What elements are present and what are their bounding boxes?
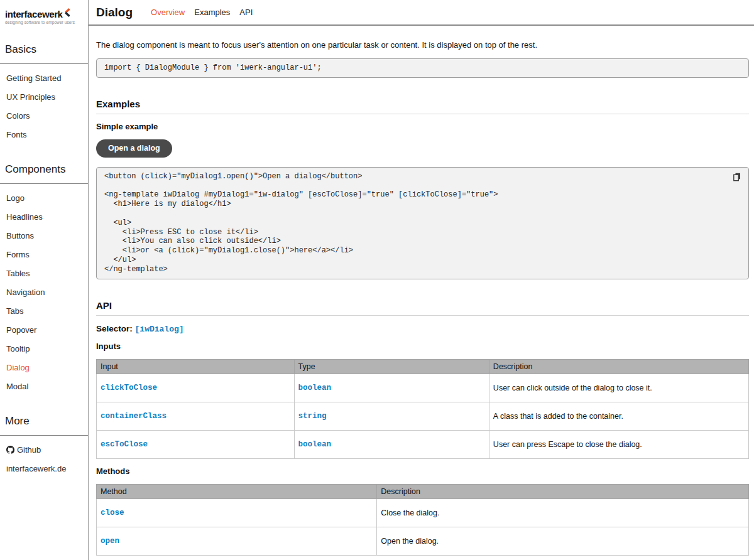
sidebar-item-tooltip[interactable]: Tooltip: [0, 340, 88, 358]
selector-label: Selector:: [96, 324, 133, 333]
logo-tagline: designing software to empower users: [5, 20, 84, 24]
logo[interactable]: interfacewerk designing software to empo…: [0, 8, 88, 24]
input-type: boolean: [294, 430, 489, 458]
logo-brand-text: interfacewerk: [5, 9, 63, 19]
page-content: The dialog component is meant to focus u…: [89, 40, 754, 556]
sidebar-item-ux-principles[interactable]: UX Principles: [0, 88, 88, 107]
method-name: open: [97, 527, 377, 555]
inputs-col-input: Input: [97, 359, 295, 374]
sidebar-heading-components: Components: [0, 163, 88, 184]
table-row: close Close the dialog.: [97, 498, 749, 527]
examples-section-heading: Examples: [96, 99, 749, 114]
method-description: Open the dialog.: [377, 527, 749, 555]
import-code-block: import { DialogModule } from 'iwerk-angu…: [96, 58, 749, 78]
methods-heading: Methods: [96, 466, 749, 476]
input-type: string: [294, 402, 489, 430]
input-name: clickToClose: [97, 374, 295, 402]
component-description: The dialog component is meant to focus u…: [96, 40, 749, 50]
table-row: escToClose boolean User can press Escape…: [97, 430, 749, 458]
input-description: A class that is added to the container.: [489, 402, 748, 430]
open-dialog-button[interactable]: Open a dialog: [96, 139, 172, 158]
sidebar-item-tables[interactable]: Tables: [0, 264, 88, 283]
simple-example-heading: Simple example: [96, 122, 749, 131]
copy-icon[interactable]: [733, 173, 741, 181]
methods-header-row: Method Description: [97, 484, 749, 498]
sidebar-heading-more: More: [0, 415, 88, 436]
sidebar-item-logo[interactable]: Logo: [0, 189, 88, 208]
tab-overview[interactable]: Overview: [151, 8, 185, 17]
github-icon: [6, 446, 14, 454]
sidebar-item-popover[interactable]: Popover: [0, 321, 88, 340]
inputs-table: Input Type Description clickToClose bool…: [96, 359, 749, 459]
methods-col-method: Method: [97, 484, 377, 498]
page-title: Dialog: [96, 6, 133, 19]
sidebar-item-navigation[interactable]: Navigation: [0, 283, 88, 302]
inputs-col-type: Type: [294, 359, 489, 374]
sidebar-item-tabs[interactable]: Tabs: [0, 302, 88, 321]
input-description: User can click outside of the dialog to …: [489, 374, 748, 402]
sidebar-item-modal[interactable]: Modal: [0, 377, 88, 396]
methods-col-description: Description: [377, 484, 749, 498]
input-name: escToClose: [97, 430, 295, 458]
methods-table: Method Description close Close the dialo…: [96, 484, 749, 556]
tab-examples[interactable]: Examples: [194, 8, 230, 17]
sidebar: interfacewerk designing software to empo…: [0, 0, 89, 560]
selector-line: Selector: [iwDialog]: [96, 324, 749, 334]
table-row: open Open the dialog.: [97, 527, 749, 555]
sidebar-heading-basics: Basics: [0, 43, 88, 64]
method-description: Close the dialog.: [377, 498, 749, 527]
app-root: interfacewerk designing software to empo…: [0, 0, 754, 560]
sidebar-item-dialog[interactable]: Dialog: [0, 358, 88, 377]
page-header: Dialog Overview Examples API: [89, 0, 754, 26]
sidebar-item-colors[interactable]: Colors: [0, 107, 88, 126]
sidebar-item-headlines[interactable]: Headlines: [0, 208, 88, 227]
input-description: User can press Escape to close the dialo…: [489, 430, 748, 458]
sidebar-list-more: Github interfacewerk.de: [0, 441, 88, 478]
tab-bar: Overview Examples API: [151, 8, 253, 17]
sidebar-item-getting-started[interactable]: Getting Started: [0, 69, 88, 88]
main-area: Dialog Overview Examples API The dialog …: [89, 0, 754, 560]
table-row: containerClass string A class that is ad…: [97, 402, 749, 430]
sidebar-list-components: Logo Headlines Buttons Forms Tables Navi…: [0, 189, 88, 396]
table-row: clickToClose boolean User can click outs…: [97, 374, 749, 402]
sidebar-item-github[interactable]: Github: [0, 441, 88, 460]
api-section-heading: API: [96, 300, 749, 316]
sidebar-item-interfacewerk-de[interactable]: interfacewerk.de: [0, 460, 88, 478]
inputs-header-row: Input Type Description: [97, 359, 749, 374]
selector-value: [iwDialog]: [135, 325, 184, 334]
sidebar-item-forms[interactable]: Forms: [0, 245, 88, 264]
example-code-wrapper: <button (click)="myDialog1.open()">Open …: [96, 167, 749, 279]
sidebar-item-fonts[interactable]: Fonts: [0, 126, 88, 144]
inputs-col-description: Description: [489, 359, 748, 374]
input-name: containerClass: [97, 402, 295, 430]
tab-api[interactable]: API: [239, 8, 253, 17]
method-name: close: [97, 498, 377, 527]
inputs-heading: Inputs: [96, 342, 749, 351]
input-type: boolean: [294, 374, 489, 402]
example-code-block: <button (click)="myDialog1.open()">Open …: [96, 167, 749, 279]
sidebar-list-basics: Getting Started UX Principles Colors Fon…: [0, 69, 88, 144]
sidebar-item-buttons[interactable]: Buttons: [0, 227, 88, 245]
logo-chevron-icon: [63, 8, 70, 19]
